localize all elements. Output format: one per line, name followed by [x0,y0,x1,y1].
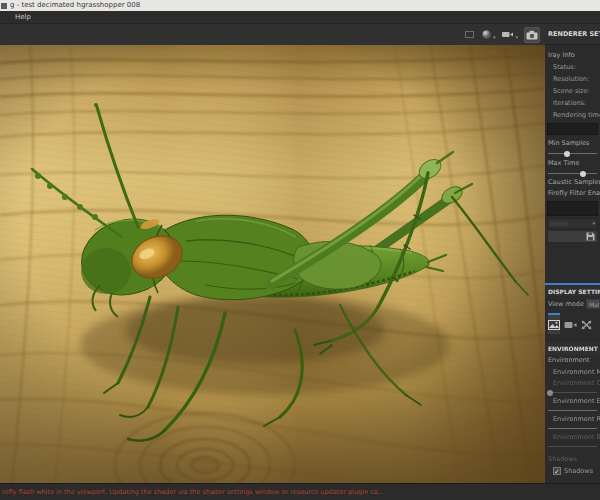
render-output-field [547,201,598,216]
viewport-toolbar: ▾ ▾ [0,24,545,45]
iray-iterations-label: Iterations: [545,97,600,109]
status-warning-message: refly flash white in the viewport. Updat… [2,488,384,496]
render-sphere-icon[interactable]: ▾ [481,29,496,40]
chevron-down-icon: ▾ [493,35,496,40]
iray-info-label: Iray Info [545,49,600,61]
environment-blur-slider[interactable] [548,442,597,450]
slider-thumb[interactable] [580,171,586,177]
status-bar: refly flash white in the viewport. Updat… [0,483,600,500]
firefly-filter-label[interactable]: Firefly Filter Enabled [545,188,600,199]
viewport-render[interactable] [0,45,545,483]
environment-rotation-slider[interactable] [548,424,597,432]
iray-status-label: Status: [545,61,600,73]
environment-exposure-slider[interactable] [548,406,597,414]
environment-settings-header[interactable]: ENVIRONMENT SETTINGS [545,342,600,355]
chevron-down-icon: ▾ [515,35,518,40]
environment-opacity-label: Environment Opacity [545,378,600,388]
video-camera-icon[interactable]: ▾ [501,29,518,40]
frame-icon[interactable] [464,29,475,40]
title-bar[interactable]: g - test decimated hgrasshopper 008 [0,0,600,11]
app-window: g - test decimated hgrasshopper 008 Help… [0,0,600,500]
shadows-group-label: Shadows [545,453,600,465]
expand-icon[interactable] [581,313,592,334]
image-icon[interactable] [548,313,560,334]
window-title: g - test decimated hgrasshopper 008 [10,0,140,11]
environment-exposure-label: Environment Exposure [545,396,600,406]
save-render-button[interactable] [547,230,598,243]
view-mode-dropdown[interactable]: Material [586,299,600,309]
photo-camera-button[interactable] [524,27,540,43]
shadows-checkbox[interactable]: ✓ [553,467,561,475]
renderer-settings-header[interactable]: RENDERER SETTINGS [545,24,600,45]
iray-resolution-label: Resolution: [545,73,600,85]
app-icon [1,3,7,9]
environment-group-label: Environment [545,355,600,366]
environment-map-label[interactable]: Environment Map [545,366,600,378]
shadows-checkbox-row[interactable]: ✓ Shadows [545,465,600,475]
environment-rotation-label: Environment Rotation [545,414,600,424]
iray-scene-size-label: Scene size: [545,85,600,97]
caustic-sampler-label[interactable]: Caustic Sampler Enabled [545,177,600,188]
photo-camera-icon [526,30,538,40]
video-camera-icon[interactable] [564,313,577,334]
menu-bar: Help [0,11,600,24]
chevron-down-icon: ▾ [592,221,595,226]
min-samples-slider[interactable] [548,149,597,157]
iray-render-time-label: Rendering time: [545,109,600,121]
environment-blur-label: Environment Blur [545,432,600,442]
render-preset-dropdown[interactable]: ▾ [547,218,598,229]
environment-opacity-slider[interactable] [548,388,597,396]
max-time-slider[interactable] [548,169,597,177]
settings-panel: RENDERER SETTINGS Iray Info Status: Reso… [545,24,600,483]
render-progress-field [547,123,598,135]
menu-help[interactable]: Help [11,13,35,21]
view-mode-label: View mode [548,298,584,310]
display-settings-header[interactable]: DISPLAY SETTINGS [545,283,600,296]
save-icon [586,232,595,241]
slider-thumb[interactable] [564,151,570,157]
shadows-checkbox-label: Shadows [564,467,593,475]
min-samples-label: Min Samples [545,137,600,149]
max-time-label: Max Time [545,157,600,169]
slider-thumb[interactable] [547,390,553,396]
display-mode-tabs [545,311,600,337]
